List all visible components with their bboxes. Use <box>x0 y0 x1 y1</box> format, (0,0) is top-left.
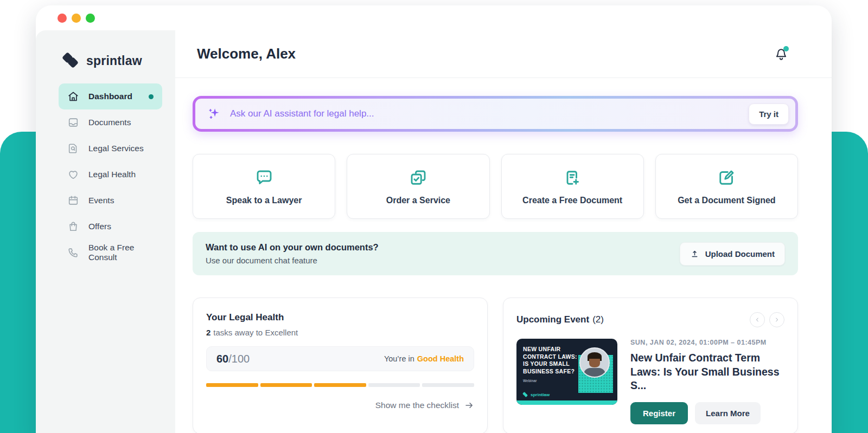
notifications-button[interactable] <box>774 47 788 61</box>
order-service-card[interactable]: Order a Service <box>347 154 489 219</box>
shopping-bag-icon <box>67 221 79 232</box>
sprintlaw-logo-icon <box>63 52 80 69</box>
notification-badge <box>783 46 789 51</box>
event-info: SUN, JAN 02, 2024, 01:00PM – 01:45PM New… <box>630 339 784 424</box>
chevron-right-icon <box>774 316 780 323</box>
progress-segment <box>422 383 474 387</box>
brand-name: sprintlaw <box>86 54 142 68</box>
thumbnail-brand-name: sprintlaw <box>531 392 550 397</box>
minimize-window-button[interactable] <box>72 14 81 23</box>
ai-assistant-banner[interactable]: Ask our AI assistant for legal help... T… <box>193 96 798 132</box>
sidebar-item-offers[interactable]: Offers <box>59 214 162 240</box>
health-status-prefix: You’re in <box>384 354 414 363</box>
heart-icon <box>67 169 79 180</box>
zoom-window-button[interactable] <box>86 14 95 23</box>
dashboard-content: Ask our AI assistant for legal help... T… <box>175 78 832 433</box>
action-label: Speak to a Lawyer <box>226 196 302 205</box>
arrow-right-icon <box>464 400 474 410</box>
event-name: New Unfair Contract Term Laws: Is Your S… <box>630 351 784 393</box>
upload-banner-title: Want to use AI on your own documents? <box>206 242 379 253</box>
get-signed-card[interactable]: Get a Document Signed <box>655 154 798 219</box>
health-score-box: 60 /100 You’re in Good Health <box>206 346 474 371</box>
window-titlebar <box>36 5 832 30</box>
speak-to-lawyer-card[interactable]: Speak to a Lawyer <box>193 154 335 219</box>
page-title: Welcome, Alex <box>197 46 296 62</box>
document-search-icon <box>67 143 79 154</box>
sparkle-icon <box>207 107 221 121</box>
action-label: Order a Service <box>386 196 450 205</box>
event-body: NEW UNFAIR CONTRACT LAWS: IS YOUR SMALL … <box>516 339 784 424</box>
upload-document-button[interactable]: Upload Document <box>680 242 785 266</box>
sidebar-item-label: Legal Services <box>88 144 144 153</box>
thumbnail-heading: NEW UNFAIR CONTRACT LAWS: IS YOUR SMALL … <box>523 346 582 376</box>
page: sprintlaw Dashboard Documents Legal Ser <box>0 0 868 433</box>
upload-icon <box>690 249 699 258</box>
checklist-link-label: Show me the checklist <box>375 400 459 410</box>
sidebar-item-legal-services[interactable]: Legal Services <box>59 135 162 161</box>
sidebar: sprintlaw Dashboard Documents Legal Ser <box>36 30 175 433</box>
legal-health-progress <box>206 383 474 387</box>
upload-banner-subtitle: Use our document chat feature <box>206 256 379 265</box>
progress-segment <box>368 383 420 387</box>
event-title-text: Upcoming Event <box>516 314 589 325</box>
thumbnail-strip <box>516 400 617 405</box>
speaker-photo <box>579 347 610 378</box>
sidebar-item-book-consult[interactable]: Book a Free Consult <box>59 240 162 266</box>
action-label: Create a Free Document <box>522 196 622 205</box>
ai-prompt-text[interactable]: Ask our AI assistant for legal help... <box>230 108 374 119</box>
event-count: (2) <box>592 314 604 325</box>
calendar-icon <box>67 195 79 206</box>
chat-bubble-icon <box>254 168 274 188</box>
bottom-panels: Your Legal Health 2 tasks away to Excell… <box>193 298 798 433</box>
health-status: You’re in Good Health <box>384 354 464 363</box>
chevron-left-icon <box>754 316 761 323</box>
create-document-card[interactable]: Create a Free Document <box>501 154 644 219</box>
page-header: Welcome, Alex <box>175 30 832 78</box>
event-header: Upcoming Event (2) <box>516 312 784 327</box>
carousel-prev-button[interactable] <box>750 312 765 327</box>
carousel-next-button[interactable] <box>769 312 784 327</box>
event-datetime: SUN, JAN 02, 2024, 01:00PM – 01:45PM <box>630 339 784 346</box>
tasks-count: 2 <box>206 328 210 337</box>
tasks-text: tasks away to Excellent <box>213 328 298 337</box>
learn-more-button[interactable]: Learn More <box>695 402 761 424</box>
thumbnail-brand: sprintlaw <box>523 392 550 397</box>
event-thumbnail[interactable]: NEW UNFAIR CONTRACT LAWS: IS YOUR SMALL … <box>516 339 617 405</box>
sidebar-item-label: Book a Free Consult <box>88 243 154 262</box>
sidebar-nav: Dashboard Documents Legal Services Legal… <box>59 83 162 266</box>
legal-health-subtitle: 2 tasks away to Excellent <box>206 328 474 337</box>
document-plus-icon <box>563 168 582 188</box>
sidebar-item-events[interactable]: Events <box>59 188 162 214</box>
close-window-button[interactable] <box>58 14 67 23</box>
sidebar-item-label: Dashboard <box>88 92 132 101</box>
quick-actions: Speak to a Lawyer Order a Service Create… <box>193 154 798 219</box>
app-window: sprintlaw Dashboard Documents Legal Ser <box>36 5 832 433</box>
phone-icon <box>67 247 79 258</box>
main-area: Welcome, Alex Ask our AI assistant f <box>175 30 832 433</box>
upload-banner: Want to use AI on your own documents? Us… <box>193 232 798 275</box>
progress-segment <box>206 383 258 387</box>
sidebar-item-label: Legal Health <box>88 170 136 179</box>
legal-health-title: Your Legal Health <box>206 312 474 323</box>
order-check-icon <box>409 168 428 188</box>
sidebar-item-dashboard[interactable]: Dashboard <box>59 83 162 109</box>
event-carousel-nav <box>750 312 784 327</box>
document-icon <box>67 117 79 128</box>
sidebar-item-label: Events <box>88 196 114 205</box>
upcoming-event-card: Upcoming Event (2) <box>503 298 798 433</box>
progress-segment <box>314 383 366 387</box>
health-status-label: Good Health <box>417 354 464 363</box>
health-score: 60 <box>216 353 228 365</box>
legal-health-card: Your Legal Health 2 tasks away to Excell… <box>193 298 488 433</box>
home-icon <box>67 91 79 102</box>
show-checklist-link[interactable]: Show me the checklist <box>206 400 474 410</box>
try-it-button[interactable]: Try it <box>749 104 789 125</box>
sidebar-item-documents[interactable]: Documents <box>59 109 162 135</box>
action-label: Get a Document Signed <box>678 196 775 205</box>
brand-logo: sprintlaw <box>63 52 175 69</box>
upload-button-label: Upload Document <box>705 249 775 258</box>
sidebar-item-legal-health[interactable]: Legal Health <box>59 161 162 188</box>
register-button[interactable]: Register <box>630 402 688 424</box>
progress-segment <box>260 383 312 387</box>
health-score-max: /100 <box>228 353 250 365</box>
